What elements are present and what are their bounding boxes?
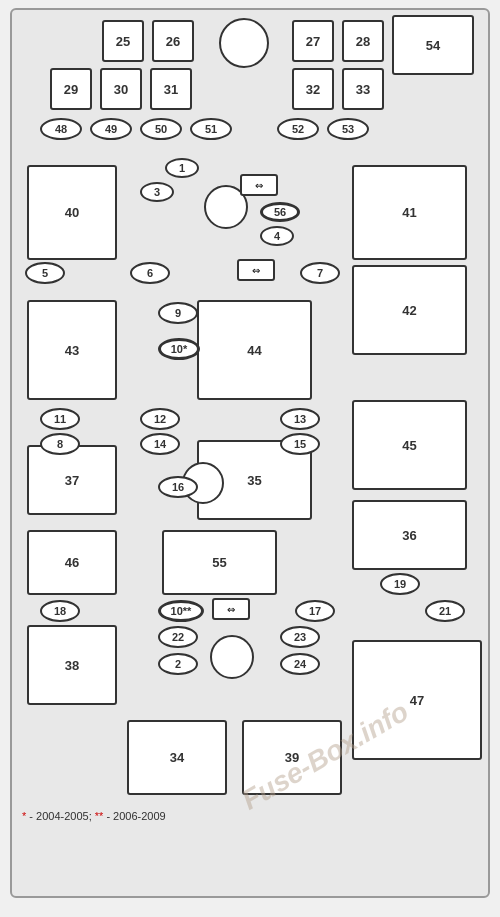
- fuse-44: 44: [197, 300, 312, 400]
- fuse-10a: 10*: [158, 338, 200, 360]
- fuse-1: 1: [165, 158, 199, 178]
- fuse-14: 14: [140, 433, 180, 455]
- circle-bot: [210, 635, 254, 679]
- fuse-52: 52: [277, 118, 319, 140]
- fuse-36: 36: [352, 500, 467, 570]
- fuse-51: 51: [190, 118, 232, 140]
- fuse-40: 40: [27, 165, 117, 260]
- fuse-38: 38: [27, 625, 117, 705]
- fuse-32: 32: [292, 68, 334, 110]
- fuse-49: 49: [90, 118, 132, 140]
- fuse-46: 46: [27, 530, 117, 595]
- fuse-41: 41: [352, 165, 467, 260]
- fuse-18: 18: [40, 600, 80, 622]
- fuse-17: 17: [295, 600, 335, 622]
- fuse-30: 30: [100, 68, 142, 110]
- fuse-5: 5: [25, 262, 65, 284]
- fuse-47: 47: [352, 640, 482, 760]
- fuse-diagram: 40 41 43 44 42 45 37 35 36 46 55 38 34 3…: [10, 8, 490, 898]
- circle-top: [219, 18, 269, 68]
- fuse-53: 53: [327, 118, 369, 140]
- relay-2: ⇔: [237, 259, 275, 281]
- fuse-37: 37: [27, 445, 117, 515]
- fuse-56: 56: [260, 202, 300, 222]
- fuse-23: 23: [280, 626, 320, 648]
- fuse-13: 13: [280, 408, 320, 430]
- fuse-7: 7: [300, 262, 340, 284]
- fuse-24: 24: [280, 653, 320, 675]
- fuse-11: 11: [40, 408, 80, 430]
- fuse-50: 50: [140, 118, 182, 140]
- fuse-39: 39: [242, 720, 342, 795]
- footnote: * - 2004-2005; ** - 2006-2009: [22, 810, 166, 822]
- fuse-33: 33: [342, 68, 384, 110]
- fuse-28: 28: [342, 20, 384, 62]
- relay-1: ⇔: [240, 174, 278, 196]
- fuse-48: 48: [40, 118, 82, 140]
- fuse-22: 22: [158, 626, 198, 648]
- fuse-12: 12: [140, 408, 180, 430]
- fuse-45: 45: [352, 400, 467, 490]
- fuse-4: 4: [260, 226, 294, 246]
- fuse-29: 29: [50, 68, 92, 110]
- fuse-54: 54: [392, 15, 474, 75]
- fuse-26: 26: [152, 20, 194, 62]
- fuse-21: 21: [425, 600, 465, 622]
- fuse-34: 34: [127, 720, 227, 795]
- relay-3: ⇔: [212, 598, 250, 620]
- fuse-3: 3: [140, 182, 174, 202]
- fuse-16: 16: [158, 476, 198, 498]
- fuse-27: 27: [292, 20, 334, 62]
- fuse-55: 55: [162, 530, 277, 595]
- fuse-10b: 10**: [158, 600, 204, 622]
- fuse-8: 8: [40, 433, 80, 455]
- fuse-43: 43: [27, 300, 117, 400]
- fuse-19: 19: [380, 573, 420, 595]
- fuse-25: 25: [102, 20, 144, 62]
- fuse-2: 2: [158, 653, 198, 675]
- fuse-15: 15: [280, 433, 320, 455]
- fuse-6: 6: [130, 262, 170, 284]
- fuse-9: 9: [158, 302, 198, 324]
- fuse-31: 31: [150, 68, 192, 110]
- fuse-42: 42: [352, 265, 467, 355]
